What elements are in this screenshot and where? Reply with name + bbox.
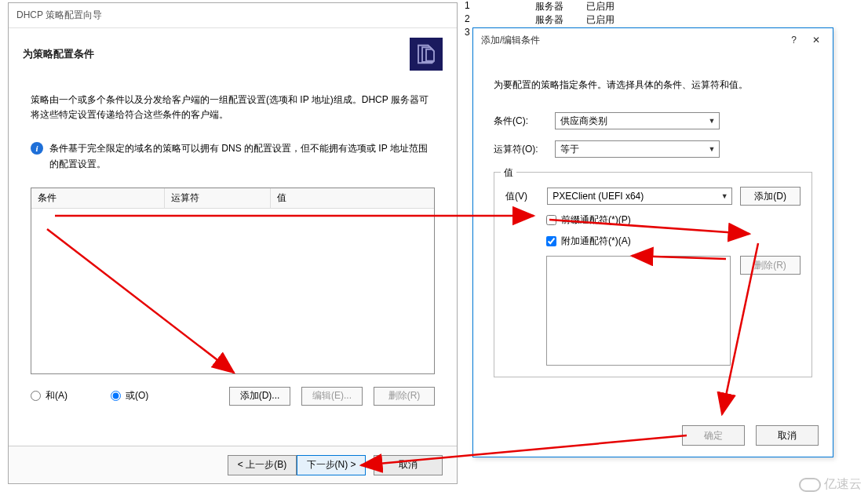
- value-fieldset: 值 值(V) PXEClient (UEFI x64) ▼ 添加(D) 前缀通配…: [494, 172, 812, 377]
- append-wildcard-label: 附加通配符(*)(A): [561, 235, 631, 248]
- help-button[interactable]: ?: [786, 33, 801, 47]
- info-icon: i: [31, 142, 43, 155]
- prefix-wildcard-checkbox[interactable]: 前缀通配符(*)(P): [546, 213, 801, 227]
- page-title: 为策略配置条件: [23, 47, 94, 61]
- bg-cell: 服务器: [535, 0, 586, 13]
- bg-num: 2: [465, 13, 535, 27]
- radio-or-label: 或(O): [126, 389, 148, 402]
- fieldset-legend: 值: [501, 166, 516, 180]
- prefix-wildcard-input[interactable]: [546, 215, 556, 225]
- radio-and[interactable]: 和(A): [31, 389, 67, 402]
- condition-select[interactable]: 供应商类别 ▼: [555, 112, 720, 129]
- next-button[interactable]: 下一步(N) >: [297, 455, 366, 475]
- close-button[interactable]: ✕: [808, 33, 825, 47]
- info-text: 条件基于完全限定的域名的策略可以拥有 DNS 的配置设置，但不能拥有选项或 IP…: [49, 141, 435, 171]
- add-value-button[interactable]: 添加(D): [740, 187, 801, 206]
- window-title: DHCP 策略配置向导: [9, 3, 457, 28]
- bg-cell: 已启用: [586, 13, 633, 27]
- radio-and-input[interactable]: [31, 391, 41, 401]
- dialog-instruction: 为要配置的策略指定条件。请选择具体的条件、运算符和值。: [494, 78, 812, 92]
- cancel-button[interactable]: 取消: [374, 455, 443, 475]
- ok-button[interactable]: 确定: [682, 425, 745, 446]
- add-edit-condition-dialog: 添加/编辑条件 ? ✕ 为要配置的策略指定条件。请选择具体的条件、运算符和值。 …: [472, 27, 833, 457]
- append-wildcard-checkbox[interactable]: 附加通配符(*)(A): [546, 235, 801, 248]
- edit-button[interactable]: 编辑(E)...: [301, 387, 363, 406]
- dhcp-policy-wizard-window: DHCP 策略配置向导 为策略配置条件 策略由一个或多个条件以及分发给客户端的一…: [8, 2, 458, 484]
- operator-value: 等于: [560, 143, 579, 156]
- value-selected: PXEClient (UEFI x64): [553, 191, 644, 202]
- col-value[interactable]: 值: [271, 188, 434, 209]
- description-text: 策略由一个或多个条件以及分发给客户端的一组配置设置(选项和 IP 地址)组成。D…: [31, 93, 435, 122]
- value-select[interactable]: PXEClient (UEFI x64) ▼: [547, 188, 732, 205]
- back-button[interactable]: < 上一步(B): [228, 455, 297, 475]
- add-button[interactable]: 添加(D)...: [229, 387, 290, 406]
- condition-label: 条件(C):: [494, 115, 555, 128]
- radio-and-label: 和(A): [46, 389, 67, 402]
- col-condition[interactable]: 条件: [31, 188, 165, 209]
- append-wildcard-input[interactable]: [546, 236, 556, 246]
- value-list[interactable]: [546, 256, 731, 366]
- operator-label: 运算符(O):: [494, 143, 555, 156]
- operator-select[interactable]: 等于 ▼: [555, 140, 720, 158]
- policy-icon: [410, 38, 443, 71]
- remove-value-button[interactable]: 删除(R): [740, 256, 801, 275]
- radio-or-input[interactable]: [111, 391, 121, 401]
- bg-num: 1: [465, 0, 535, 13]
- dialog-cancel-button[interactable]: 取消: [756, 425, 819, 446]
- watermark: 亿速云: [799, 476, 862, 493]
- dialog-title: 添加/编辑条件: [481, 34, 540, 47]
- condition-value: 供应商类别: [560, 115, 607, 128]
- value-label: 值(V): [505, 190, 539, 203]
- watermark-text: 亿速云: [824, 476, 862, 493]
- chevron-down-icon: ▼: [706, 144, 717, 155]
- watermark-icon: [799, 478, 821, 492]
- chevron-down-icon: ▼: [719, 191, 730, 202]
- chevron-down-icon: ▼: [706, 115, 717, 126]
- col-operator[interactable]: 运算符: [165, 188, 271, 209]
- bg-cell: 已启用: [586, 0, 633, 13]
- delete-button[interactable]: 删除(R): [374, 387, 435, 406]
- bg-cell: 服务器: [535, 13, 586, 27]
- conditions-table[interactable]: 条件 运算符 值: [31, 188, 435, 374]
- prefix-wildcard-label: 前缀通配符(*)(P): [561, 213, 631, 227]
- radio-or[interactable]: 或(O): [111, 389, 148, 402]
